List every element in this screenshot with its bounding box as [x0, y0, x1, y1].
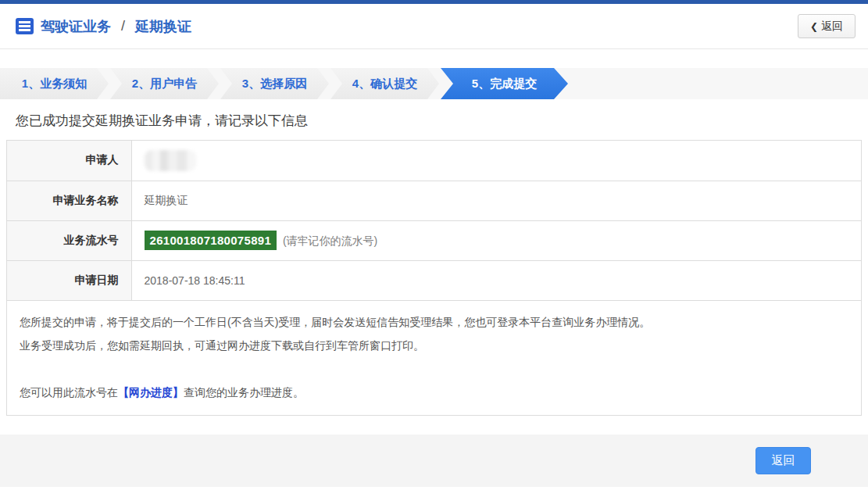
progress-hint-prefix: 您可以用此流水号在: [20, 386, 118, 399]
submission-info-panel: 申请人 申请业务名称 延期换证 业务流水号 261001807180075891…: [6, 140, 862, 416]
list-icon: [16, 18, 34, 34]
row-value: 2018-07-18 18:45:11: [131, 260, 861, 300]
step-tab-4[interactable]: 4、确认提交: [330, 68, 439, 99]
table-row-applicant: 申请人: [7, 141, 861, 181]
progress-hint-suffix: 查询您的业务办理进度。: [184, 386, 304, 399]
step-tab-1[interactable]: 1、业务须知: [0, 68, 109, 99]
success-message: 您已成功提交延期换证业务申请，请记录以下信息: [16, 112, 868, 130]
progress-query-link[interactable]: 【网办进度】: [118, 386, 184, 399]
breadcrumb: 驾驶证业务 / 延期换证: [16, 17, 191, 36]
footer-action-bar: 返回: [0, 435, 868, 487]
note-line-1: 您所提交的申请，将于提交后的一个工作日(不含当天)受理，届时会发送短信告知受理结…: [20, 310, 848, 334]
row-label: 申请业务名称: [7, 181, 131, 220]
notes-section: 您所提交的申请，将于提交后的一个工作日(不含当天)受理，届时会发送短信告知受理结…: [7, 301, 861, 415]
submission-info-table: 申请人 申请业务名称 延期换证 业务流水号 261001807180075891…: [7, 141, 861, 301]
header-back-button[interactable]: ❮ 返回: [798, 14, 855, 38]
page-header: 驾驶证业务 / 延期换证 ❮ 返回: [0, 4, 868, 49]
table-row-apply-date: 申请日期 2018-07-18 18:45:11: [7, 260, 861, 300]
serial-number-note: (请牢记你的流水号): [283, 234, 377, 247]
row-label: 申请日期: [7, 260, 131, 300]
serial-number-badge: 261001807180075891: [145, 231, 277, 250]
progress-hint-line: 您可以用此流水号在【网办进度】查询您的业务办理进度。: [20, 381, 848, 404]
row-value: 延期换证: [131, 181, 861, 220]
table-row-serial-number: 业务流水号 261001807180075891 (请牢记你的流水号): [7, 220, 861, 260]
breadcrumb-separator: /: [121, 18, 125, 34]
redacted-name-blur: [145, 150, 196, 171]
step-progress-bar: 1、业务须知 2、用户申告 3、选择原因 4、确认提交 5、完成提交: [0, 68, 868, 99]
breadcrumb-primary: 驾驶证业务: [41, 17, 111, 36]
chevron-left-icon: ❮: [810, 21, 818, 32]
row-label: 业务流水号: [7, 220, 131, 260]
step-tab-5-active[interactable]: 5、完成提交: [441, 68, 568, 99]
note-spacer: [20, 357, 848, 381]
table-row-business-name: 申请业务名称 延期换证: [7, 181, 861, 220]
row-label: 申请人: [7, 141, 131, 181]
breadcrumb-secondary: 延期换证: [135, 17, 191, 36]
row-value-redacted: [131, 141, 861, 181]
note-line-2: 业务受理成功后，您如需延期回执，可通过网办进度下载或自行到车管所窗口打印。: [20, 334, 848, 357]
step-tab-2[interactable]: 2、用户申告: [110, 68, 219, 99]
row-value: 261001807180075891 (请牢记你的流水号): [131, 220, 861, 260]
footer-back-button[interactable]: 返回: [755, 447, 811, 474]
header-back-label: 返回: [821, 20, 843, 34]
step-tab-3[interactable]: 3、选择原因: [220, 68, 329, 99]
